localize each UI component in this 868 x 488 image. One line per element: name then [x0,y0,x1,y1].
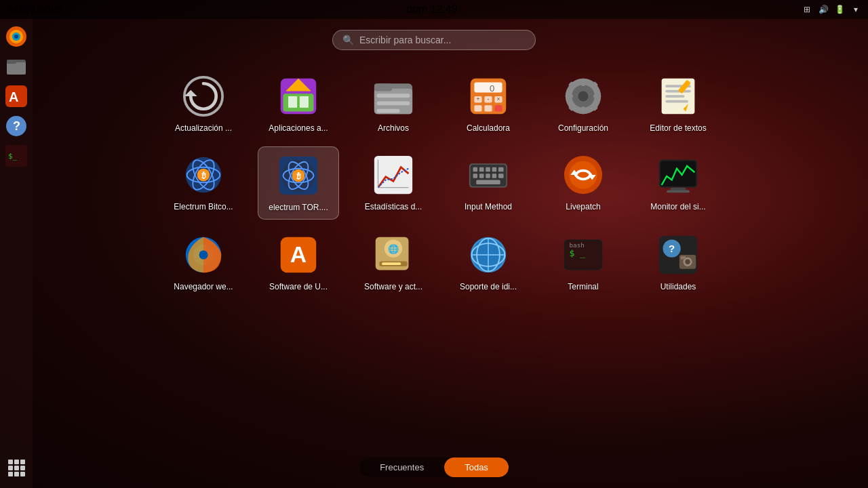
app-label-statistics: Estadísticas d... [365,202,422,211]
system-menu-icon[interactable]: ▾ [850,4,861,15]
svg-rect-44 [593,94,601,98]
app-item-files[interactable]: Archivos [353,68,434,140]
app-item-texteditor[interactable]: Editor de textos [637,68,719,140]
search-wrapper: 🔍 [332,30,536,50]
app-item-langsupport[interactable]: Soporte de idi... [448,226,529,298]
svg-text:₿: ₿ [296,171,301,181]
app-item-inputmethod[interactable]: Input Method [448,146,529,220]
svg-rect-92 [667,190,690,193]
sidebar: A ? $_ [0,19,33,488]
topbar: Actividades dom 12:49 ⊞ 🔊 🔋 ▾ [0,0,868,19]
svg-rect-41 [581,79,585,86]
sidebar-item-help[interactable]: ? [3,113,30,140]
svg-text:A: A [290,241,307,267]
app-label-utilities: Utilidades [660,282,696,291]
app-label-livepatch: Livepatch [566,202,600,211]
app-label-software: Software de U... [269,282,328,291]
sidebar-item-files[interactable] [3,53,30,80]
svg-rect-82 [492,174,497,178]
app-icon-statistics [372,153,415,197]
activities-label[interactable]: Actividades [7,3,62,16]
app-item-softwareupd[interactable]: 🌐 Software y act... [353,226,434,298]
clock: dom 12:49 [406,3,458,16]
app-icon-electrum: ₿ [182,153,225,197]
svg-rect-23 [377,94,410,98]
svg-rect-51 [665,90,691,93]
svg-rect-27 [474,82,502,92]
svg-text:×: × [497,96,500,102]
app-label-appchooser: Aplicaciones a... [269,123,328,133]
svg-rect-74 [473,167,478,172]
app-label-settings: Configuración [558,123,608,133]
svg-text:?: ? [13,119,20,133]
app-icon-appchooser [277,75,320,118]
app-label-files: Archivos [378,123,409,133]
svg-rect-81 [486,174,490,178]
app-icon-sysmonitor [656,153,700,197]
svg-text:$_: $_ [8,152,18,161]
svg-rect-18 [288,96,297,108]
app-item-terminal[interactable]: $ _ bash Terminal [542,226,624,298]
app-label-update: Actualización ... [175,123,232,133]
app-item-statistics[interactable]: Estadísticas d... [353,146,434,220]
app-icon-terminal: $ _ bash [561,233,605,277]
app-item-utilities[interactable]: ? Utilidades [637,226,719,298]
search-bar: 🔍 [332,30,536,50]
sidebar-item-terminal[interactable]: $_ [3,142,30,169]
svg-rect-22 [374,83,392,91]
svg-rect-53 [665,100,688,103]
app-icon-software: A [277,233,320,277]
app-icon-texteditor [656,75,700,118]
svg-rect-25 [377,109,400,113]
app-item-livepatch[interactable]: Livepatch [542,146,624,220]
svg-rect-84 [476,180,500,185]
search-input[interactable] [359,35,526,45]
svg-point-40 [578,92,589,102]
app-item-calculator[interactable]: 0 + - × Calculadora [448,68,529,140]
svg-rect-69 [374,156,412,194]
app-label-electrum: Electrum Bitco... [174,202,233,211]
app-item-sysmonitor[interactable]: Monitor del si... [637,146,719,220]
show-apps-button[interactable] [3,454,30,481]
svg-rect-19 [300,96,309,108]
svg-point-3 [14,35,18,39]
app-icon-livepatch [561,153,605,197]
volume-icon: 🔊 [818,4,829,15]
svg-rect-42 [581,106,585,114]
app-icon-update [182,75,225,118]
app-item-software[interactable]: A Software de U... [258,226,339,298]
svg-rect-75 [479,167,484,172]
app-icon-inputmethod [467,153,510,197]
apps-grid: Actualización ... Aplicaciones a... [41,68,854,298]
network-icon: ⊞ [802,4,812,15]
svg-rect-120 [681,256,686,260]
sidebar-item-firefox[interactable] [3,23,30,50]
tab-frecuentes[interactable]: Frecuentes [359,458,444,477]
app-item-update[interactable]: Actualización ... [163,68,244,140]
app-icon-calculator: 0 + - × [467,75,510,118]
svg-text:-: - [488,96,490,102]
app-item-electrum[interactable]: ₿ Electrum Bitco... [163,146,244,220]
topbar-right: ⊞ 🔊 🔋 ▾ [802,4,861,15]
app-item-electrum-tor[interactable]: ₿ electrum TOR.... [258,146,339,220]
app-item-firefox[interactable]: Navegador we... [163,226,244,298]
svg-rect-103 [382,262,401,265]
app-icon-firefox [182,233,225,277]
svg-rect-83 [498,174,504,178]
app-icon-utilities: ? [656,233,700,277]
svg-rect-34 [494,105,502,111]
app-icon-files [372,75,415,118]
app-label-langsupport: Soporte de idi... [460,282,517,291]
app-icon-langsupport [467,233,510,277]
app-icon-settings [561,75,605,118]
svg-text:$ _: $ _ [569,248,585,258]
svg-rect-77 [492,167,497,172]
tab-todas[interactable]: Todas [444,458,509,477]
app-icon-electrum-tor: ₿ [277,154,320,197]
app-item-settings[interactable]: Configuración [542,68,624,140]
app-item-appchooser[interactable]: Aplicaciones a... [258,68,339,140]
sidebar-item-font[interactable]: A [3,83,30,110]
svg-rect-79 [473,174,478,178]
app-label-sysmonitor: Monitor del si... [650,202,705,211]
svg-rect-33 [484,105,492,111]
